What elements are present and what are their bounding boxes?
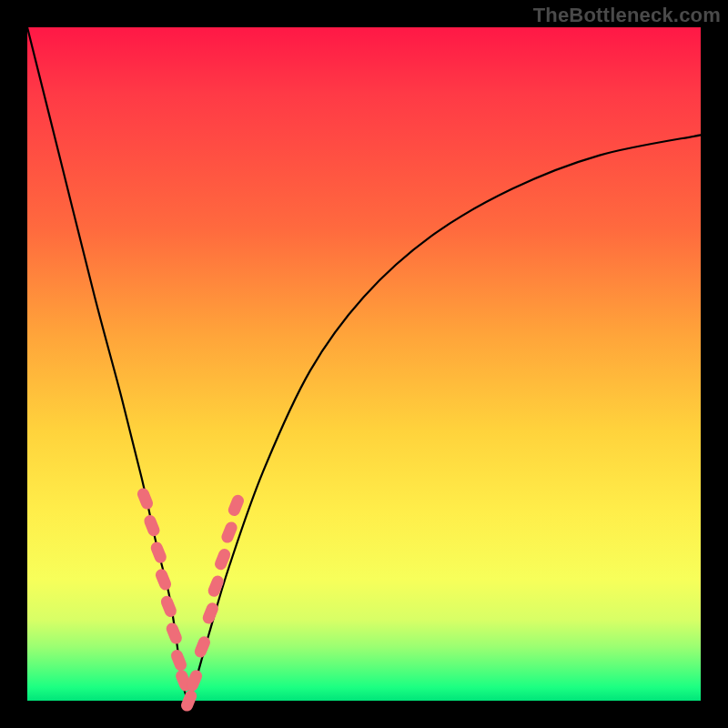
curve-marker: [169, 648, 188, 672]
watermark-text: TheBottleneck.com: [533, 4, 721, 27]
chart-frame: TheBottleneck.com: [0, 0, 728, 728]
curve-marker: [227, 493, 246, 518]
curve-marker: [149, 541, 168, 565]
curve-marker: [159, 594, 178, 619]
curve-marker: [193, 634, 212, 659]
curve-marker: [136, 486, 155, 511]
curve-marker: [219, 520, 238, 544]
curve-marker: [142, 513, 161, 538]
plot-area: [27, 27, 701, 701]
bottleneck-curve: [27, 27, 701, 701]
curve-marker: [165, 621, 184, 645]
curve-marker: [154, 567, 173, 592]
curve-marker: [179, 688, 198, 713]
